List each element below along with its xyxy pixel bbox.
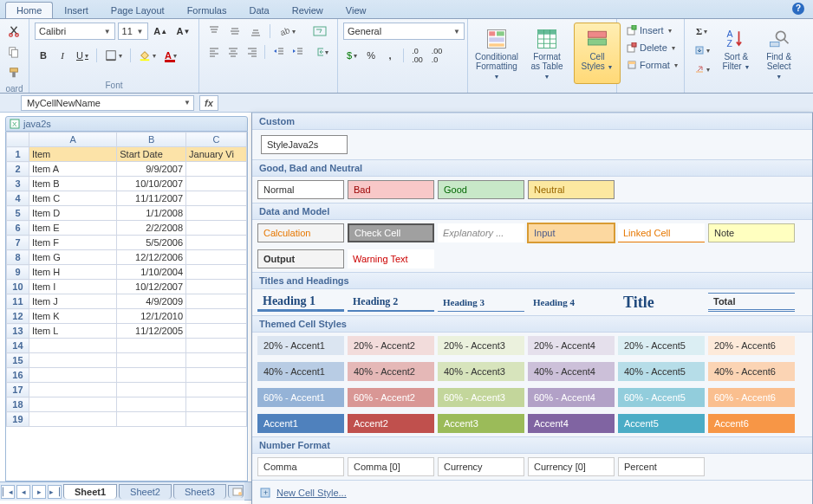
wrap-text-button[interactable] bbox=[309, 23, 330, 40]
style-60-accent3[interactable]: 60% - Accent3 bbox=[438, 388, 524, 407]
cell-C5[interactable] bbox=[186, 206, 247, 221]
tab-review[interactable]: Review bbox=[281, 2, 335, 18]
tab-formulas[interactable]: Formulas bbox=[176, 2, 238, 18]
cell-B12[interactable]: 12/1/2010 bbox=[117, 309, 186, 324]
style-normal[interactable]: Normal bbox=[257, 180, 344, 199]
sheet-tab-3[interactable]: Sheet3 bbox=[173, 484, 226, 499]
align-left-button[interactable] bbox=[205, 43, 222, 61]
bold-button[interactable]: B bbox=[35, 47, 52, 64]
tab-nav-first[interactable]: ▏◂ bbox=[1, 485, 15, 499]
cell-A13[interactable]: Item L bbox=[29, 324, 116, 339]
cell-B9[interactable]: 1/10/2004 bbox=[117, 265, 186, 280]
col-head-C[interactable]: C bbox=[186, 132, 247, 147]
cell-C1[interactable]: January Vi bbox=[186, 147, 247, 162]
cell-A12[interactable]: Item K bbox=[29, 309, 116, 324]
style-60-accent4[interactable]: 60% - Accent4 bbox=[528, 388, 615, 407]
tab-nav-next[interactable]: ▸ bbox=[32, 485, 46, 499]
accounting-format-button[interactable]: $▾ bbox=[343, 47, 361, 64]
style-output[interactable]: Output bbox=[257, 249, 344, 268]
cell-B7[interactable]: 5/5/2006 bbox=[117, 236, 186, 250]
autosum-button[interactable]: Σ▾ bbox=[690, 23, 713, 40]
tab-nav-prev[interactable]: ◂ bbox=[16, 485, 30, 499]
cell-C10[interactable] bbox=[186, 280, 247, 294]
tab-page-layout[interactable]: Page Layout bbox=[100, 2, 176, 18]
style-40-accent1[interactable]: 40% - Accent1 bbox=[257, 362, 344, 381]
cell-A3[interactable]: Item B bbox=[29, 177, 116, 191]
style-20-accent5[interactable]: 20% - Accent5 bbox=[618, 336, 705, 355]
style-40-accent4[interactable]: 40% - Accent4 bbox=[528, 362, 615, 381]
cell-A8[interactable]: Item G bbox=[29, 250, 116, 265]
row-head-16[interactable]: 16 bbox=[7, 368, 29, 383]
style-warning-text[interactable]: Warning Text bbox=[348, 249, 434, 268]
cell-C6[interactable] bbox=[186, 221, 247, 236]
style-accent4[interactable]: Accent4 bbox=[528, 414, 615, 433]
style-custom-stylejava2s[interactable]: StyleJava2s bbox=[261, 135, 348, 154]
help-icon[interactable]: ? bbox=[792, 3, 804, 15]
increase-font-button[interactable]: A▲ bbox=[151, 23, 171, 40]
cell-B3[interactable]: 10/10/2007 bbox=[117, 177, 186, 191]
style-heading-1[interactable]: Heading 1 bbox=[257, 293, 344, 312]
row-head-18[interactable]: 18 bbox=[7, 397, 29, 412]
fx-button[interactable]: fx bbox=[199, 95, 218, 111]
align-top-button[interactable] bbox=[205, 23, 224, 40]
fill-color-button[interactable]: ▾ bbox=[135, 47, 159, 64]
style-accent6[interactable]: Accent6 bbox=[708, 414, 795, 433]
worksheet-grid[interactable]: ABC1ItemStart DateJanuary Vi2Item A9/9/2… bbox=[5, 132, 248, 481]
style-accent3[interactable]: Accent3 bbox=[438, 414, 524, 433]
style-20-accent2[interactable]: 20% - Accent2 bbox=[348, 336, 434, 355]
copy-button[interactable] bbox=[5, 43, 23, 61]
fill-button[interactable]: ▾ bbox=[690, 42, 713, 59]
percent-format-button[interactable]: % bbox=[362, 47, 380, 64]
row-head-7[interactable]: 7 bbox=[7, 236, 29, 250]
cell-B2[interactable]: 9/9/2007 bbox=[117, 162, 186, 177]
col-head-A[interactable]: A bbox=[29, 132, 116, 147]
style-neutral[interactable]: Neutral bbox=[528, 180, 615, 199]
row-head-17[interactable]: 17 bbox=[7, 383, 29, 397]
style-input[interactable]: Input bbox=[528, 223, 615, 242]
style-20-accent4[interactable]: 20% - Accent4 bbox=[528, 336, 615, 355]
decrease-font-button[interactable]: A▼ bbox=[173, 23, 193, 40]
style-calculation[interactable]: Calculation bbox=[257, 223, 344, 242]
style-comma[interactable]: Comma bbox=[257, 457, 344, 476]
format-painter-button[interactable] bbox=[5, 64, 23, 81]
row-head-11[interactable]: 11 bbox=[7, 294, 29, 309]
cell-B6[interactable]: 2/2/2008 bbox=[117, 221, 186, 236]
cell-C8[interactable] bbox=[186, 250, 247, 265]
tab-nav-last[interactable]: ▸▕ bbox=[48, 485, 62, 499]
cell-A10[interactable]: Item I bbox=[29, 280, 116, 294]
row-head-8[interactable]: 8 bbox=[7, 250, 29, 265]
font-color-button[interactable]: A▾ bbox=[161, 47, 180, 64]
cell-C9[interactable] bbox=[186, 265, 247, 280]
style-explanatory-[interactable]: Explanatory ... bbox=[438, 223, 524, 242]
comma-format-button[interactable]: , bbox=[381, 47, 399, 64]
row-head-9[interactable]: 9 bbox=[7, 265, 29, 280]
number-format-select[interactable]: General▼ bbox=[343, 23, 465, 40]
row-head-19[interactable]: 19 bbox=[7, 412, 29, 427]
style-60-accent1[interactable]: 60% - Accent1 bbox=[257, 388, 344, 407]
style-linked-cell[interactable]: Linked Cell bbox=[618, 223, 705, 242]
row-head-14[interactable]: 14 bbox=[7, 339, 29, 353]
underline-button[interactable]: U▾ bbox=[73, 47, 92, 64]
cell-A5[interactable]: Item D bbox=[29, 206, 116, 221]
style-60-accent2[interactable]: 60% - Accent2 bbox=[348, 388, 434, 407]
cell-A9[interactable]: Item H bbox=[29, 265, 116, 280]
row-head-3[interactable]: 3 bbox=[7, 177, 29, 191]
name-box[interactable]: MyCellNewName▼ bbox=[21, 95, 194, 111]
style-bad[interactable]: Bad bbox=[348, 180, 434, 199]
style-currency[interactable]: Currency bbox=[438, 457, 524, 476]
style-percent[interactable]: Percent bbox=[618, 457, 705, 476]
tab-insert[interactable]: Insert bbox=[53, 2, 100, 18]
style-40-accent2[interactable]: 40% - Accent2 bbox=[348, 362, 434, 381]
style-40-accent3[interactable]: 40% - Accent3 bbox=[438, 362, 524, 381]
cell-C11[interactable] bbox=[186, 294, 247, 309]
new-sheet-tab[interactable] bbox=[228, 485, 244, 498]
cell-C13[interactable] bbox=[186, 324, 247, 339]
sheet-tab-2[interactable]: Sheet2 bbox=[119, 484, 172, 499]
font-name-select[interactable]: Calibri▼ bbox=[35, 23, 115, 40]
col-head-B[interactable]: B bbox=[117, 132, 186, 147]
increase-decimal-button[interactable]: .0.00 bbox=[408, 47, 426, 64]
tab-data[interactable]: Data bbox=[237, 2, 280, 18]
increase-indent-button[interactable] bbox=[289, 43, 306, 61]
style-20-accent1[interactable]: 20% - Accent1 bbox=[257, 336, 344, 355]
cell-B1[interactable]: Start Date bbox=[117, 147, 186, 162]
